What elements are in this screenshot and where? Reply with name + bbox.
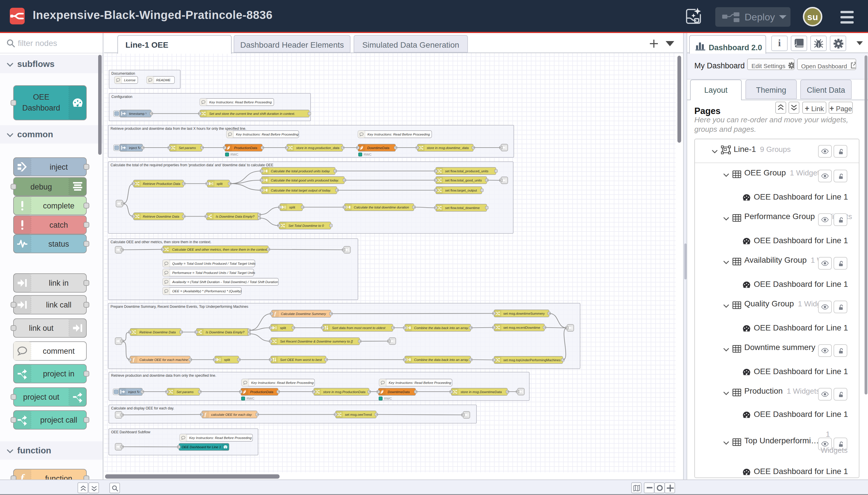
svg-text:Key Instructions: Read Before: Key Instructions: Read Before Proceeding	[189, 436, 252, 440]
svg-text:split: split	[224, 358, 230, 361]
svg-text:complete: complete	[43, 202, 75, 210]
svg-text:Calculate the total target out: Calculate the total target output of tod…	[271, 188, 331, 192]
svg-text:set msg.oeeTrend: set msg.oeeTrend	[345, 413, 372, 416]
svg-text:project out: project out	[23, 393, 59, 402]
svg-text:inject ↻: inject ↻	[128, 390, 140, 394]
svg-text:Configuration: Configuration	[111, 95, 132, 99]
svg-text:DowntimeData: DowntimeData	[388, 390, 410, 394]
svg-text:Calculate the total of the req: Calculate the total of the required prop…	[110, 163, 273, 167]
svg-text:Calculate and display OEE for: Calculate and display OEE for each day.	[111, 406, 174, 410]
svg-text:Retrieve Production Data: Retrieve Production Data	[143, 182, 180, 186]
svg-text:Calculate Downtime Summery: Calculate Downtime Summery	[281, 312, 326, 315]
svg-text:Key Instructions: Read Before: Key Instructions: Read Before Proceeding	[236, 132, 298, 136]
svg-text:ProductionData: ProductionData	[234, 146, 258, 150]
svg-text:store in msg.DowntimeData: store in msg.DowntimeData	[461, 390, 502, 394]
svg-text:Is Downtime Data Empty?: Is Downtime Data Empty?	[216, 215, 255, 218]
svg-text:Calculate the total produced u: Calculate the total produced units today	[271, 169, 330, 173]
svg-text:Calculate OEE and other metric: Calculate OEE and other metrics, then st…	[110, 240, 211, 244]
svg-text:Combine the data back into an: Combine the data back into an array.	[414, 326, 469, 330]
svg-text:set flow.total_good_units: set flow.total_good_units	[445, 178, 482, 182]
svg-text:split: split	[289, 205, 296, 209]
svg-text:Documentation: Documentation	[111, 71, 135, 75]
svg-text:ProductionData: ProductionData	[250, 390, 274, 394]
svg-text:function: function	[45, 474, 72, 480]
svg-text:Calculate OEE and other metric: Calculate OEE and other metrics, then st…	[172, 248, 268, 251]
svg-text:Performance = Total Produced U: Performance = Total Produced Units / Tot…	[172, 271, 255, 274]
svg-text:inject: inject	[50, 163, 68, 171]
svg-text:Is Downtime Data Empty?: Is Downtime Data Empty?	[206, 330, 245, 334]
svg-text:OEE = (Availability) * (Perfor: OEE = (Availability) * (Performance) * (…	[172, 289, 242, 293]
svg-text:Retrieve production and downti: Retrieve production and downtime data fr…	[111, 374, 216, 378]
svg-text:OEE Dashboard for Line 1: OEE Dashboard for Line 1	[182, 445, 221, 449]
svg-text:link in: link in	[49, 279, 69, 287]
svg-text:Combine the data back into an: Combine the data back into an array.	[414, 358, 469, 361]
svg-text:Quality = Total Good Units Pro: Quality = Total Good Units Produced / To…	[172, 261, 256, 265]
svg-text:RWC: RWC	[384, 397, 392, 400]
svg-text:store in msg.ProductionData: store in msg.ProductionData	[323, 390, 366, 394]
svg-text:debug: debug	[31, 183, 52, 191]
svg-text:Set params: Set params	[179, 146, 196, 150]
svg-text:Set Total Downtime to 0: Set Total Downtime to 0	[289, 224, 324, 227]
svg-text:Key Instructions: Read Before: Key Instructions: Read Before Proceeding	[389, 381, 451, 385]
svg-text:README: README	[156, 78, 171, 82]
svg-text:set msg.topUnderPerformingMach: set msg.topUnderPerformingMachines	[503, 358, 561, 362]
svg-text:Prepare Downtime Summary, Rece: Prepare Downtime Summary, Recent Downtim…	[110, 305, 248, 309]
svg-text:link out: link out	[29, 324, 54, 332]
svg-text:timestamp ¹: timestamp ¹	[129, 112, 147, 116]
svg-text:Availavity = (Total Shift Dura: Availavity = (Total Shift Duration - Tot…	[172, 280, 278, 284]
svg-text:set msg.recentDowntime: set msg.recentDowntime	[503, 326, 540, 329]
svg-text:comment: comment	[43, 347, 75, 356]
svg-text:Retrieve Downtime Data: Retrieve Downtime Data	[139, 330, 176, 334]
svg-text:Dashboard: Dashboard	[22, 104, 60, 112]
svg-text:Key Instructions: Read Before: Key Instructions: Read Before Proceeding	[209, 100, 272, 104]
svg-text:Set params: Set params	[176, 390, 194, 394]
svg-text:RWC: RWC	[230, 153, 238, 156]
svg-text:Key Instructions: Read Before: Key Instructions: Read Before Proceeding	[367, 132, 430, 136]
svg-text:Set Recent Downtime & Downtime: Set Recent Downtime & Downtime summery t…	[280, 339, 353, 343]
svg-text:set flow.target_output: set flow.target_output	[445, 188, 478, 192]
svg-text:set flow.total_downtime: set flow.total_downtime	[445, 206, 480, 210]
svg-text:link call: link call	[46, 301, 71, 309]
svg-text:catch: catch	[49, 221, 68, 229]
svg-text:Calculate the total downtime d: Calculate the total downtime duration	[354, 205, 409, 209]
svg-text:store in msg.downtime_data: store in msg.downtime_data	[427, 146, 469, 150]
svg-text:Set and store the current line: Set and store the current line and shift…	[209, 112, 295, 116]
svg-text:RWC: RWC	[364, 153, 371, 156]
svg-text:project call: project call	[40, 416, 77, 424]
svg-text:project in: project in	[43, 370, 75, 378]
svg-text:Retrieve Downtime Data: Retrieve Downtime Data	[143, 215, 179, 218]
svg-text:DowntimeData: DowntimeData	[367, 146, 389, 150]
svg-text:Sort data from most recent to: Sort data from most recent to oldest	[332, 326, 386, 330]
svg-text:OEE: OEE	[33, 93, 49, 101]
svg-text:Calculate the total good units: Calculate the total good units produced …	[271, 178, 339, 182]
svg-text:Key Instructions: Read Before: Key Instructions: Read Before Proceeding	[251, 381, 314, 385]
svg-text:set msg.downtimeSummery: set msg.downtimeSummery	[503, 311, 545, 315]
svg-text:License: License	[124, 78, 136, 82]
svg-text:status: status	[48, 240, 69, 249]
svg-text:split: split	[280, 326, 287, 330]
svg-text:set flow.total_produced_units: set flow.total_produced_units	[445, 169, 488, 173]
svg-text:OEE Dashboard Subflow: OEE Dashboard Subflow	[111, 430, 151, 434]
svg-text:Calculate OEE for each machine: Calculate OEE for each machine	[139, 358, 188, 361]
svg-text:RWC: RWC	[246, 397, 254, 400]
svg-text:store in msg.production_data: store in msg.production_data	[296, 146, 340, 150]
svg-text:calculate OEE for each day: calculate OEE for each day	[211, 413, 252, 416]
svg-text:split: split	[217, 182, 223, 186]
svg-text:Retrieve production and downti: Retrieve production and downtime data fr…	[110, 126, 246, 131]
svg-text:inject ↻: inject ↻	[129, 146, 141, 150]
svg-text:Sort OEE from worst to best: Sort OEE from worst to best	[280, 358, 322, 361]
